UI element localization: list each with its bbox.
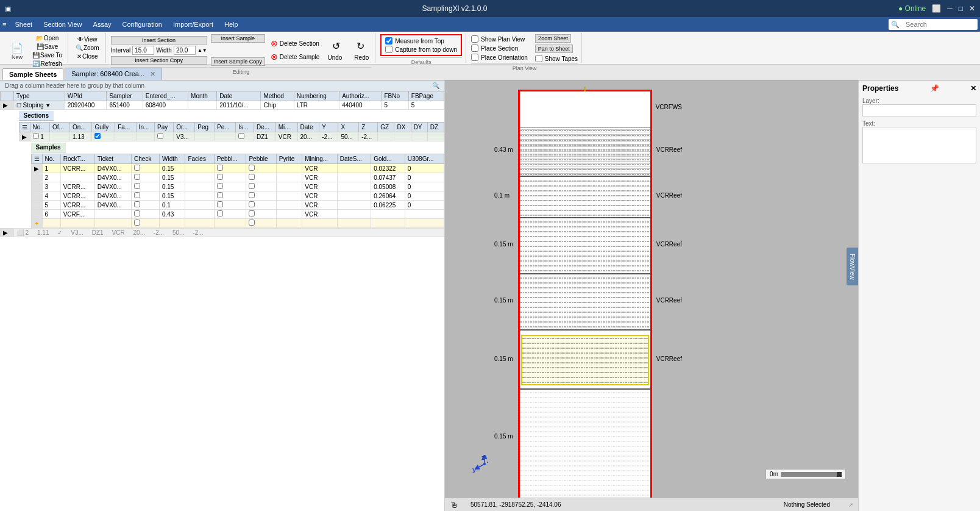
samp-pebbl-2[interactable] bbox=[217, 174, 223, 180]
sample-row-5[interactable]: 5 VCRR... D4VX0... 0.1 bbox=[31, 201, 444, 210]
insert-section-button[interactable]: Insert Section bbox=[111, 36, 207, 45]
data-grid[interactable]: Type WPId Sampler Entered_... Month Date… bbox=[0, 91, 444, 511]
samp-col-u308[interactable]: U308Gr... bbox=[405, 154, 444, 164]
maximize-btn[interactable]: □ bbox=[959, 4, 963, 13]
menu-help[interactable]: Help bbox=[219, 20, 243, 29]
sec-col-on[interactable]: On... bbox=[70, 123, 92, 132]
pan-to-sheet-button[interactable]: Pan to Sheet bbox=[535, 45, 573, 53]
props-layer-input[interactable] bbox=[862, 104, 976, 116]
sec-col-no[interactable]: No. bbox=[30, 123, 49, 132]
app-menu-icon[interactable]: ≡ bbox=[2, 21, 6, 28]
zoom-button[interactable]: 🔍 Zoom bbox=[73, 44, 102, 52]
show-tapes-checkbox[interactable] bbox=[535, 55, 542, 62]
sec-col-pay[interactable]: Pay bbox=[155, 123, 174, 132]
show-plan-view-checkbox[interactable] bbox=[471, 35, 478, 43]
sec-col-gz[interactable]: GZ bbox=[378, 123, 394, 132]
samp-col-facies[interactable]: Facies bbox=[185, 154, 214, 164]
col-authoriz[interactable]: Authoriz... bbox=[339, 91, 382, 101]
samp-check-3[interactable] bbox=[134, 183, 140, 189]
sec-check[interactable] bbox=[33, 133, 39, 139]
measure-from-top-checkbox[interactable] bbox=[385, 37, 392, 45]
sample-row-new[interactable]: ✦ bbox=[31, 219, 444, 228]
sec-col-dz[interactable]: DZ bbox=[427, 123, 444, 132]
canvas-area[interactable]: 1 VCRFWS 0.43 m bbox=[445, 80, 858, 498]
samples-tab[interactable]: Samples bbox=[31, 143, 66, 152]
menu-configuration[interactable]: Configuration bbox=[118, 20, 167, 29]
samp-pebbl-6[interactable] bbox=[217, 210, 223, 216]
samp-pebble-5[interactable] bbox=[249, 201, 255, 207]
sec-col-dx[interactable]: DX bbox=[394, 123, 411, 132]
section-row[interactable]: ▶ 1 1.13 V3... bbox=[19, 132, 444, 141]
zoom-bar-handle[interactable] bbox=[837, 472, 842, 477]
tab-sampler[interactable]: Sampler: 608400 Crea... ✕ bbox=[65, 68, 162, 80]
col-month[interactable]: Month bbox=[188, 91, 217, 101]
sections-tab[interactable]: Sections bbox=[19, 111, 54, 121]
table-row[interactable]: ▶ ☐ Stoping ▼ 20920400 651400 608400 201… bbox=[1, 101, 444, 110]
sec-col-date[interactable]: Date bbox=[297, 123, 319, 132]
sec-col-dy[interactable]: DY bbox=[411, 123, 427, 132]
col-fbno[interactable]: FBNo bbox=[382, 91, 408, 101]
delete-section-button[interactable]: ⊗ Delete Section bbox=[269, 38, 322, 49]
menu-sheet[interactable]: Sheet bbox=[10, 20, 37, 29]
sec-col-in[interactable]: In... bbox=[136, 123, 154, 132]
samp-pebble-4[interactable] bbox=[249, 192, 255, 198]
width-input[interactable] bbox=[174, 46, 196, 55]
new-button[interactable]: 📄 New bbox=[6, 41, 28, 62]
samp-pebbl-3[interactable] bbox=[217, 183, 223, 189]
undo-button[interactable]: ↺ bbox=[325, 39, 347, 53]
sec-col-is[interactable]: Is... bbox=[236, 123, 254, 132]
row2-expand[interactable]: ▶ bbox=[1, 229, 14, 237]
monitor-icon[interactable]: ⬜ bbox=[932, 4, 941, 13]
place-section-checkbox[interactable] bbox=[471, 45, 478, 52]
sec-col-peg[interactable]: Peg bbox=[195, 123, 215, 132]
samp-col-dates[interactable]: DateS... bbox=[337, 154, 371, 164]
samp-col-pyrite[interactable]: Pyrite bbox=[276, 154, 302, 164]
tab-sample-sheets[interactable]: Sample Sheets bbox=[2, 68, 63, 80]
samp-pebbl-1[interactable] bbox=[217, 165, 223, 171]
refresh-button[interactable]: 🔄 Refresh bbox=[30, 60, 64, 68]
col-wpid[interactable]: WPId bbox=[65, 91, 107, 101]
search-grid-icon[interactable]: 🔍 bbox=[432, 82, 439, 89]
width-up-icon[interactable]: ▲▼ bbox=[197, 48, 207, 53]
open-button[interactable]: 📂 Open bbox=[30, 34, 64, 42]
col-numbering[interactable]: Numbering bbox=[294, 91, 339, 101]
sec-col-fa[interactable]: Fa... bbox=[115, 123, 136, 132]
flowview-tab[interactable]: FlowView bbox=[847, 248, 858, 286]
samp-check-new[interactable] bbox=[134, 220, 140, 226]
table-row-2[interactable]: ▶ ⬜ 2 1.11 ✓ V3... DZ1 VCR 20... -2... 5… bbox=[1, 229, 444, 237]
insert-sample-button[interactable]: Insert Sample bbox=[211, 34, 265, 43]
col-sampler[interactable]: Sampler bbox=[107, 91, 143, 101]
props-close-icon[interactable]: ✕ bbox=[970, 84, 976, 93]
sec-pay-check[interactable] bbox=[157, 133, 163, 139]
sec-col-gully[interactable]: Gully bbox=[92, 123, 115, 132]
sec-col-z[interactable]: Z bbox=[359, 123, 378, 132]
samp-pebble-6[interactable] bbox=[249, 210, 255, 216]
insert-section-copy-button[interactable]: Insert Section Copy bbox=[111, 56, 207, 65]
samp-check-6[interactable] bbox=[134, 210, 140, 216]
samp-pebble-3[interactable] bbox=[249, 183, 255, 189]
redo-button[interactable]: ↻ bbox=[349, 39, 371, 53]
samp-col-width[interactable]: Width bbox=[159, 154, 185, 164]
samp-check-5[interactable] bbox=[134, 201, 140, 207]
insert-sample-copy-button[interactable]: Insert Sample Copy bbox=[211, 57, 265, 66]
col-fbpage[interactable]: FBPage bbox=[408, 91, 444, 101]
geo-view[interactable]: 1 VCRFWS 0.43 m bbox=[518, 90, 652, 498]
sec-col-x[interactable]: X bbox=[338, 123, 359, 132]
zoom-sheet-button[interactable]: Zoom Sheet bbox=[535, 34, 571, 43]
save-to-button[interactable]: 💾 Save To bbox=[30, 51, 64, 59]
place-orientation-checkbox[interactable] bbox=[471, 54, 478, 61]
sec-col-de[interactable]: De... bbox=[254, 123, 276, 132]
save-button[interactable]: 💾 Save bbox=[30, 43, 64, 51]
col-entered[interactable]: Entered_... bbox=[143, 91, 188, 101]
menu-section-view[interactable]: Section View bbox=[38, 20, 87, 29]
samp-col-no[interactable]: No. bbox=[42, 154, 60, 164]
samp-pebble-new[interactable] bbox=[249, 220, 255, 226]
sec-is-check[interactable] bbox=[238, 133, 244, 139]
row-expand[interactable]: ▶ bbox=[1, 101, 14, 110]
samp-col-gold[interactable]: Gold... bbox=[371, 154, 405, 164]
close-button[interactable]: ✕ Close bbox=[73, 52, 102, 60]
sec-col-or[interactable]: Or... bbox=[174, 123, 195, 132]
samp-check-4[interactable] bbox=[134, 192, 140, 198]
sample-row-1[interactable]: ▶ 1 VCRR... D4VX0... 0.15 bbox=[31, 164, 444, 173]
samp-col-mining[interactable]: Mining... bbox=[302, 154, 338, 164]
